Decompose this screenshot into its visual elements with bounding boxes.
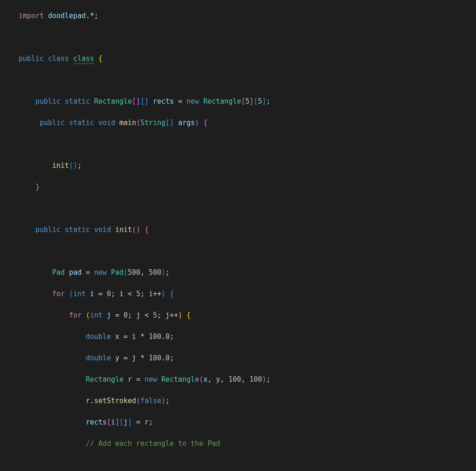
op-equals: = [136, 375, 140, 384]
op-increment: ++ [170, 311, 178, 319]
comma: , [220, 375, 225, 384]
code-editor[interactable]: import doodlepad.*; public class class {… [0, 0, 476, 471]
keyword-for: for [52, 290, 65, 298]
code-line[interactable]: double y = j * 100.0; [19, 353, 371, 364]
code-line[interactable]: import doodlepad.*; [19, 11, 371, 21]
paren: ) [262, 375, 266, 384]
keyword-new: new [94, 268, 107, 277]
number: 100.0 [149, 332, 170, 341]
semicolon: ; [170, 332, 174, 341]
semicolon: ; [140, 290, 145, 298]
paren: ( [132, 226, 136, 234]
code-line[interactable]: for (int i = 0; i < 5; i++) { [19, 289, 371, 299]
semicolon: ; [266, 375, 271, 384]
op-equals: = [124, 332, 128, 341]
code-area[interactable]: import doodlepad.*; public class class {… [9, 0, 371, 471]
var-r: r [128, 375, 132, 384]
code-line[interactable]: double x = i * 100.0; [19, 332, 371, 342]
arg-y: y [216, 375, 220, 384]
bracket: ] [250, 97, 254, 106]
open-brace: { [145, 226, 149, 234]
op-equals: = [86, 268, 90, 277]
semicolon: ; [165, 397, 170, 405]
comma: , [140, 268, 145, 277]
var-i: i [90, 290, 94, 298]
paren: ( [124, 268, 128, 277]
op-increment: ++ [153, 290, 161, 298]
op-equals: = [115, 311, 119, 319]
paren: ) [136, 226, 140, 234]
paren: ( [136, 397, 140, 405]
call-init: init [52, 161, 69, 170]
code-line[interactable]: rects[i][j] = r; [19, 417, 371, 428]
keyword-double: double [86, 332, 111, 341]
open-brace: { [99, 54, 103, 63]
code-line[interactable]: public static void main(String[] args) { [19, 118, 371, 128]
var-x: x [115, 332, 119, 341]
bracket: [ [254, 97, 258, 106]
code-line[interactable] [19, 460, 371, 471]
code-line[interactable]: public static void init() { [19, 225, 371, 235]
comma: , [241, 375, 245, 384]
comment: // Add each rectangle to the Pad [86, 439, 220, 448]
line-number-gutter [0, 0, 9, 471]
number: 100.0 [149, 354, 170, 362]
keyword-public: public [40, 119, 65, 127]
code-line[interactable] [19, 139, 371, 150]
code-line[interactable] [19, 75, 371, 86]
code-line[interactable]: Rectangle r = new Rectangle(x, y, 100, 1… [19, 374, 371, 385]
keyword-public: public [35, 226, 60, 234]
number: 100 [250, 375, 262, 384]
op-lt: < [145, 311, 149, 319]
number: 500 [149, 268, 161, 277]
number: 100 [229, 375, 241, 384]
op-equals: = [136, 418, 140, 426]
op-mul: * [140, 354, 145, 362]
code-line[interactable]: public class class { [19, 53, 371, 64]
semicolon: ; [128, 311, 132, 319]
param-args: args [178, 119, 195, 127]
semicolon: ; [157, 311, 161, 319]
keyword-static: static [65, 97, 90, 106]
paren: ( [86, 311, 90, 319]
op-equals: = [99, 290, 103, 298]
code-line[interactable]: for (int j = 0; j < 5; j++) { [19, 310, 371, 321]
type-string: String [140, 119, 165, 127]
code-line[interactable] [19, 32, 371, 43]
op-mul: * [140, 332, 145, 341]
keyword-public: public [35, 97, 60, 106]
op-equals: = [124, 354, 128, 362]
code-line[interactable]: r.setStroked(false); [19, 396, 371, 406]
semicolon: ; [266, 97, 271, 106]
ctor-pad: Pad [111, 268, 124, 277]
class-name-error: class [73, 54, 94, 63]
bracket: [ [107, 418, 111, 426]
bracket: ] [115, 418, 119, 426]
semicolon: ; [165, 268, 170, 277]
keyword-static: static [69, 119, 94, 127]
paren: ) [161, 290, 165, 298]
number: 5 [153, 311, 157, 319]
bracket: [ [119, 418, 124, 426]
code-line[interactable]: Pad pad = new Pad(500, 500); [19, 267, 371, 278]
comma: , [207, 375, 212, 384]
op-lt: < [128, 290, 132, 298]
var-pad: pad [69, 268, 81, 277]
code-line[interactable]: } [19, 182, 371, 192]
paren: ) [161, 397, 165, 405]
code-line[interactable] [19, 203, 371, 214]
dot: . [90, 397, 94, 405]
keyword-static: static [65, 226, 90, 234]
code-line[interactable]: init(); [19, 160, 371, 171]
bracket: ] [262, 97, 266, 106]
bracket: [] [165, 119, 174, 127]
ctor-rectangle: Rectangle [161, 375, 199, 384]
code-line[interactable]: public static Rectangle[][] rects = new … [19, 96, 371, 107]
var-i: i [132, 332, 136, 341]
semicolon: ; [77, 161, 81, 170]
code-line[interactable]: // Add each rectangle to the Pad [19, 438, 371, 449]
code-line[interactable] [19, 246, 371, 257]
keyword-class: class [48, 54, 69, 63]
keyword-import: import [19, 12, 44, 20]
paren: ) [161, 268, 165, 277]
